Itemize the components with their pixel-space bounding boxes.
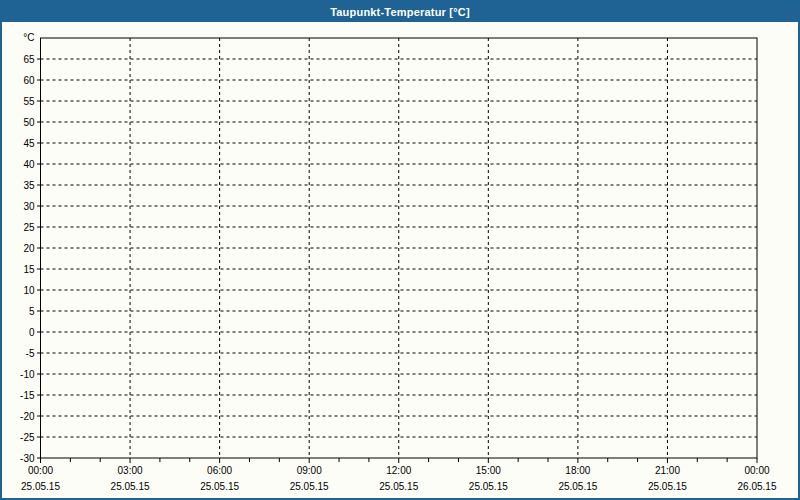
x-tick-time-label: 09:00 [297,465,322,476]
x-tick-time-label: 00:00 [28,465,53,476]
y-tick-label: 20 [23,243,35,254]
x-tick-time-label: 12:00 [386,465,411,476]
x-tick-time-label: 06:00 [207,465,232,476]
y-tick-label: -5 [26,348,35,359]
chart-plot: 65605550454035302520151050-5-10-15-20-25… [2,22,798,498]
x-tick-date-label: 25.05.15 [21,481,60,492]
x-tick-time-label: 21:00 [655,465,680,476]
y-tick-label: -25 [20,432,35,443]
y-tick-label: 45 [23,138,35,149]
x-tick-date-label: 25.05.15 [200,481,239,492]
title-bar: Taupunkt-Temperatur [°C] [2,2,798,22]
y-tick-label: 55 [23,96,35,107]
x-tick-time-label: 03:00 [118,465,143,476]
x-tick-date-label: 25.05.15 [469,481,508,492]
x-tick-time-label: 00:00 [744,465,769,476]
x-tick-time-label: 18:00 [565,465,590,476]
y-tick-label: 50 [23,117,35,128]
y-tick-label: -30 [20,453,35,464]
y-tick-label: -20 [20,411,35,422]
y-tick-label: 0 [29,327,35,338]
x-tick-date-label: 26.05.15 [738,481,777,492]
x-tick-time-label: 15:00 [476,465,501,476]
x-tick-date-label: 25.05.15 [290,481,329,492]
y-tick-label: 65 [23,54,35,65]
y-tick-label: 5 [29,306,35,317]
y-tick-label: 15 [23,264,35,275]
x-tick-date-label: 25.05.15 [558,481,597,492]
y-tick-label: 10 [23,285,35,296]
y-tick-label: -10 [20,369,35,380]
window-title: Taupunkt-Temperatur [°C] [330,6,470,18]
chart-area: 65605550454035302520151050-5-10-15-20-25… [2,22,798,498]
x-tick-date-label: 25.05.15 [648,481,687,492]
chart-window: Taupunkt-Temperatur [°C] 656055504540353… [0,0,800,500]
y-tick-label: 60 [23,75,35,86]
y-tick-label: 25 [23,222,35,233]
x-tick-date-label: 25.05.15 [111,481,150,492]
y-tick-label: -15 [20,390,35,401]
y-axis-unit-label: °C [23,32,34,43]
y-tick-label: 35 [23,180,35,191]
y-tick-label: 40 [23,159,35,170]
y-tick-label: 30 [23,201,35,212]
x-tick-date-label: 25.05.15 [379,481,418,492]
